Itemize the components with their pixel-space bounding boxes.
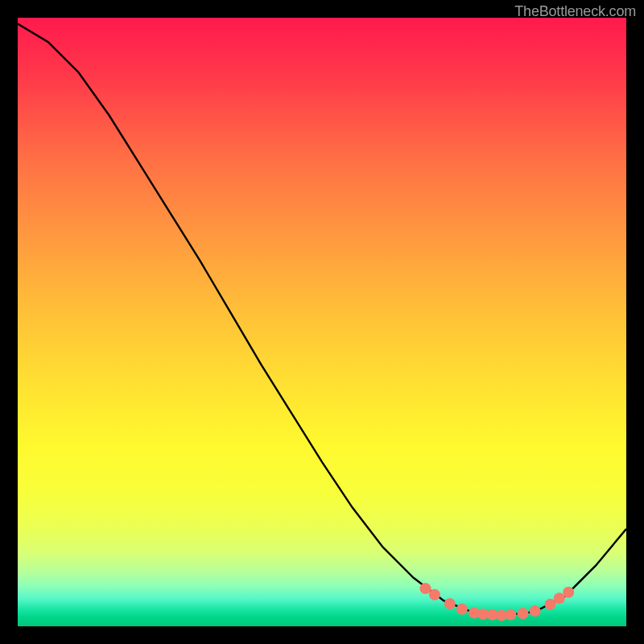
trough-marker bbox=[518, 608, 529, 619]
watermark-text: TheBottleneck.com bbox=[514, 3, 636, 20]
trough-marker bbox=[505, 609, 516, 621]
trough-marker bbox=[530, 605, 541, 617]
trough-markers-group bbox=[420, 583, 575, 621]
trough-marker bbox=[563, 587, 574, 598]
trough-marker bbox=[429, 589, 440, 601]
plot-area bbox=[18, 18, 626, 626]
curve-layer bbox=[18, 18, 626, 626]
trough-marker bbox=[456, 604, 468, 615]
trough-marker bbox=[420, 583, 431, 594]
trough-marker bbox=[554, 592, 565, 604]
chart-frame: TheBottleneck.com bbox=[0, 0, 644, 644]
bottleneck-curve bbox=[18, 24, 626, 616]
trough-marker bbox=[444, 598, 456, 609]
